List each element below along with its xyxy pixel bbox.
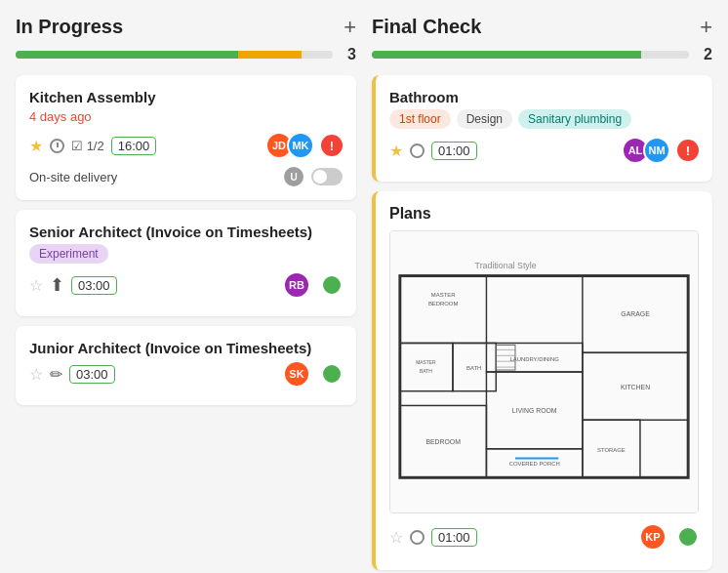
alert-icon: ! xyxy=(321,135,343,156)
in-progress-progress-row: 3 xyxy=(16,46,356,63)
column-in-progress: In Progress + 3 Kitchen Assembly 4 days … xyxy=(16,16,356,415)
column-final-check-header: Final Check + xyxy=(372,16,712,38)
column-final-check: Final Check + 2 Bathroom 1st floor Desig… xyxy=(372,16,712,573)
avatars: JD MK xyxy=(265,132,314,159)
avatar: MK xyxy=(287,132,314,159)
final-check-count: 2 xyxy=(697,46,712,63)
svg-text:STORAGE: STORAGE xyxy=(597,447,626,453)
final-check-progress-row: 2 xyxy=(372,46,712,63)
svg-rect-2 xyxy=(400,276,487,344)
alert-icon: ! xyxy=(677,140,699,161)
card-plans: Plans Traditional Style MASTER BEDROOM G… xyxy=(372,191,712,570)
card-junior-architect: Junior Architect (Invoice on Timesheets)… xyxy=(16,326,356,405)
clock-icon xyxy=(410,530,425,545)
time-badge: 01:00 xyxy=(431,142,477,160)
column-in-progress-title: In Progress xyxy=(16,16,123,38)
avatar: U xyxy=(282,165,305,188)
tag-1st-floor: 1st floor xyxy=(389,109,451,129)
svg-text:BEDROOM: BEDROOM xyxy=(425,438,461,445)
time-badge: 03:00 xyxy=(69,365,115,384)
clock-icon xyxy=(410,143,425,158)
card-meta-row: ☆ ⬆ 03:00 RB xyxy=(29,271,343,299)
upload-icon: ⬆ xyxy=(50,274,64,296)
card-meta-row: ★ ☑ 1/2 16:00 JD MK ! xyxy=(29,132,343,159)
avatars: SK xyxy=(283,360,310,388)
kanban-board: In Progress + 3 Kitchen Assembly 4 days … xyxy=(16,16,712,573)
in-progress-progress-bar xyxy=(16,51,333,59)
column-final-check-title: Final Check xyxy=(372,16,481,38)
floor-plan-image: Traditional Style MASTER BEDROOM GARAGE … xyxy=(389,230,699,513)
card-title: Kitchen Assembly xyxy=(29,89,343,105)
card-senior-architect: Senior Architect (Invoice on Timesheets)… xyxy=(16,210,356,316)
card-title: Bathroom xyxy=(389,89,699,105)
time-badge: 01:00 xyxy=(431,528,477,547)
card-meta-row: ★ 01:00 AL NM ! xyxy=(389,137,699,164)
avatar: NM xyxy=(643,137,670,164)
star-outline-icon[interactable]: ☆ xyxy=(29,276,43,295)
svg-text:LAUNDRY/DINING: LAUNDRY/DINING xyxy=(510,356,560,362)
add-card-in-progress-button[interactable]: + xyxy=(344,17,356,38)
card-tags: 1st floor Design Sanitary plumbing xyxy=(389,109,699,129)
avatar: SK xyxy=(283,360,310,388)
delivery-row: On-site delivery U xyxy=(29,165,343,188)
column-in-progress-header: In Progress + xyxy=(16,16,356,38)
svg-text:BATH: BATH xyxy=(466,365,481,371)
star-outline-icon[interactable]: ☆ xyxy=(29,365,43,384)
clock-icon xyxy=(50,139,64,153)
star-icon[interactable]: ★ xyxy=(389,142,403,160)
avatars: RB xyxy=(283,271,310,299)
card-bathroom: Bathroom 1st floor Design Sanitary plumb… xyxy=(372,75,712,182)
tag-design: Design xyxy=(457,109,512,129)
card-kitchen-assembly: Kitchen Assembly 4 days ago ★ ☑ 1/2 16:0… xyxy=(16,75,356,200)
tag-experiment: Experiment xyxy=(29,244,108,264)
final-check-progress-bar xyxy=(372,51,689,59)
svg-text:MASTER: MASTER xyxy=(431,292,456,298)
svg-rect-7 xyxy=(400,343,453,390)
avatar: KP xyxy=(639,523,667,551)
plans-label: Plans xyxy=(389,205,699,223)
status-dot xyxy=(321,363,343,385)
card-days-ago: 4 days ago xyxy=(29,109,343,124)
svg-text:BATH: BATH xyxy=(420,369,432,374)
card-meta-row: ☆ ✏ 03:00 SK xyxy=(29,360,343,388)
tag-sanitary-plumbing: Sanitary plumbing xyxy=(518,109,631,129)
plans-card-meta-row: ☆ 01:00 KP xyxy=(389,523,699,551)
star-icon[interactable]: ★ xyxy=(29,137,43,155)
in-progress-count: 3 xyxy=(341,46,356,63)
status-dot xyxy=(321,274,343,296)
checklist-icon: ☑ 1/2 xyxy=(71,139,104,153)
card-title: Senior Architect (Invoice on Timesheets) xyxy=(29,224,343,240)
svg-text:KITCHEN: KITCHEN xyxy=(621,384,650,390)
svg-text:LIVING ROOM: LIVING ROOM xyxy=(512,407,557,414)
delivery-text: On-site delivery xyxy=(29,170,117,184)
svg-text:BEDROOM: BEDROOM xyxy=(428,301,459,307)
avatars: KP xyxy=(639,523,667,551)
svg-text:Traditional Style: Traditional Style xyxy=(475,261,537,270)
svg-text:GARAGE: GARAGE xyxy=(621,310,650,317)
add-card-final-check-button[interactable]: + xyxy=(700,17,712,38)
svg-text:COVERED PORCH: COVERED PORCH xyxy=(509,461,560,467)
toggle[interactable] xyxy=(311,168,343,185)
time-badge: 03:00 xyxy=(71,276,117,295)
status-dot xyxy=(677,526,699,548)
avatar: RB xyxy=(283,271,310,299)
svg-text:MASTER: MASTER xyxy=(416,360,436,365)
edit-icon: ✏ xyxy=(50,365,62,384)
star-outline-icon[interactable]: ☆ xyxy=(389,528,403,547)
avatars: AL NM xyxy=(622,137,670,164)
card-title: Junior Architect (Invoice on Timesheets) xyxy=(29,340,343,356)
time-badge: 16:00 xyxy=(111,137,157,155)
card-tags: Experiment xyxy=(29,244,343,264)
